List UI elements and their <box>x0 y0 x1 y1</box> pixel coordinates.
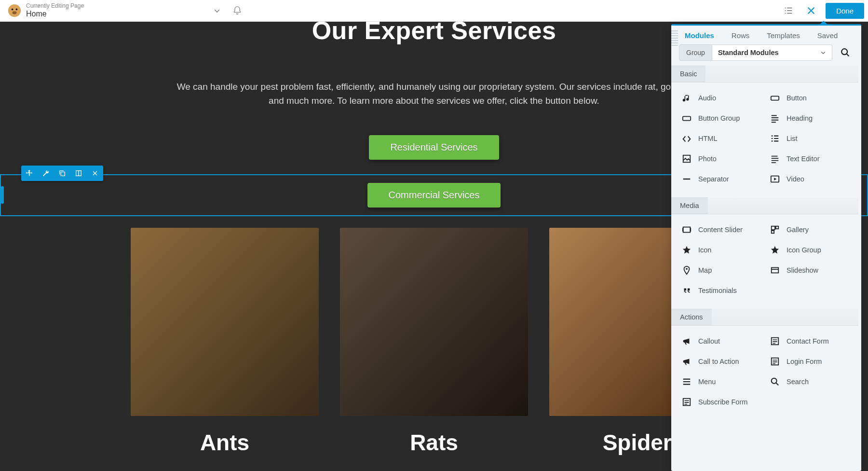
module-label: List <box>787 135 798 142</box>
module-text-editor[interactable]: Text Editor <box>766 149 854 168</box>
module-button[interactable]: Button <box>766 88 854 108</box>
module-label: Gallery <box>787 226 809 234</box>
menu-icon <box>682 377 692 387</box>
move-icon[interactable] <box>21 166 38 181</box>
module-label: Contact Form <box>787 337 829 345</box>
content-panel: Modules Rows Templates Saved Group Stand… <box>671 24 861 471</box>
separator-icon <box>682 174 692 184</box>
page-dropdown-chevron-icon[interactable] <box>213 7 221 14</box>
svg-rect-9 <box>683 155 691 163</box>
panel-drag-grip[interactable] <box>671 29 678 46</box>
gallery-icon <box>770 225 780 235</box>
svg-rect-11 <box>683 227 691 233</box>
module-group-select[interactable]: Standard Modules <box>712 44 832 61</box>
module-icon-group[interactable]: Icon Group <box>766 240 854 260</box>
module-label: Button Group <box>698 114 740 122</box>
module-label: Text Editor <box>787 155 820 163</box>
module-label: Icon Group <box>787 246 821 254</box>
svg-rect-15 <box>776 226 778 229</box>
module-separator[interactable]: Separator <box>678 169 765 189</box>
button-group-icon <box>682 113 692 123</box>
card-rats: Rats <box>340 228 528 456</box>
module-login-form[interactable]: Login Form <box>766 352 854 371</box>
module-gallery[interactable]: Gallery <box>766 220 854 239</box>
star-icon <box>770 245 780 255</box>
close-panel-icon[interactable] <box>803 3 819 18</box>
module-label: Search <box>787 378 809 386</box>
wrench-icon[interactable] <box>38 166 54 181</box>
svg-point-1 <box>12 8 14 10</box>
module-label: Icon <box>698 246 711 254</box>
notifications-icon[interactable] <box>232 6 242 15</box>
card-title: Rats <box>340 429 528 456</box>
module-contact-form[interactable]: Contact Form <box>766 332 854 351</box>
module-callout[interactable]: Callout <box>678 332 765 351</box>
module-label: Menu <box>698 378 716 386</box>
module-html[interactable]: HTML <box>678 129 765 148</box>
commercial-services-button[interactable]: Commercial Services <box>367 183 501 208</box>
module-label: Slideshow <box>787 266 818 274</box>
rats-image <box>340 228 528 416</box>
page-switcher[interactable]: Currently Editing Page Home <box>4 1 88 20</box>
module-label: Subscribe Form <box>698 398 747 406</box>
remove-icon[interactable] <box>87 166 103 181</box>
svg-point-0 <box>8 4 21 17</box>
column-icon[interactable] <box>70 166 87 181</box>
builder-logo-icon <box>8 4 21 17</box>
svg-rect-4 <box>61 172 65 176</box>
svg-rect-16 <box>772 231 774 233</box>
card-ants: Ants <box>131 228 319 456</box>
ants-image <box>131 228 319 416</box>
module-label: Callout <box>698 337 720 345</box>
chevron-down-icon <box>820 50 826 55</box>
button-icon <box>770 93 780 103</box>
module-call-to-action[interactable]: Call to Action <box>678 352 765 371</box>
svg-rect-13 <box>690 228 691 231</box>
section-header: Media <box>671 197 708 214</box>
star-icon <box>682 245 692 255</box>
module-label: Testimonials <box>698 287 737 294</box>
group-filter-button[interactable]: Group <box>679 44 712 61</box>
residential-services-button[interactable]: Residential Services <box>369 135 499 160</box>
module-label: Heading <box>787 114 813 122</box>
module-video[interactable]: Video <box>766 169 854 189</box>
module-list[interactable]: List <box>766 129 854 148</box>
form-icon <box>770 357 780 366</box>
svg-rect-18 <box>772 268 779 273</box>
module-map[interactable]: Map <box>678 261 765 280</box>
megaphone-icon <box>682 336 692 346</box>
form-icon <box>770 336 780 346</box>
svg-point-17 <box>686 268 688 270</box>
module-content-slider[interactable]: Content Slider <box>678 220 765 239</box>
module-subscribe-form[interactable]: Subscribe Form <box>678 392 765 412</box>
megaphone-icon <box>682 357 692 366</box>
done-button[interactable]: Done <box>826 3 864 19</box>
module-search[interactable]: Search <box>766 372 854 391</box>
tab-modules[interactable]: Modules <box>685 31 714 40</box>
tab-rows[interactable]: Rows <box>732 31 750 40</box>
row-drag-handle[interactable] <box>1 186 4 204</box>
module-label: Button <box>787 94 807 102</box>
module-label: Map <box>698 266 712 274</box>
search-icon[interactable] <box>837 44 854 61</box>
audio-icon <box>682 93 692 103</box>
tab-templates[interactable]: Templates <box>767 31 800 40</box>
module-slideshow[interactable]: Slideshow <box>766 261 854 280</box>
module-testimonials[interactable]: Testimonials <box>678 281 765 300</box>
svg-point-3 <box>13 11 17 14</box>
heading-icon <box>770 113 780 123</box>
module-photo[interactable]: Photo <box>678 149 765 168</box>
outline-icon[interactable] <box>780 2 797 19</box>
tab-saved[interactable]: Saved <box>817 31 838 40</box>
module-heading[interactable]: Heading <box>766 109 854 128</box>
module-button-group[interactable]: Button Group <box>678 109 765 128</box>
duplicate-icon[interactable] <box>54 166 70 181</box>
module-label: Content Slider <box>698 226 743 234</box>
module-label: Call to Action <box>698 358 739 365</box>
module-icon[interactable]: Icon <box>678 240 765 260</box>
slider-icon <box>682 225 692 235</box>
module-menu[interactable]: Menu <box>678 372 765 391</box>
svg-point-21 <box>772 378 777 384</box>
module-audio[interactable]: Audio <box>678 88 765 108</box>
hero-description: We can handle your pest problem fast, ef… <box>169 80 699 108</box>
